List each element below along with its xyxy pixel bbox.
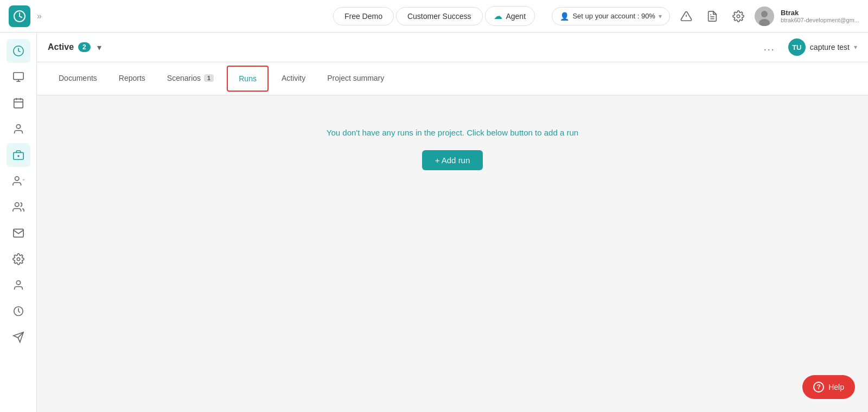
person-icon: [12, 123, 24, 135]
settings-icon-button[interactable]: [729, 7, 748, 26]
sidebar: [0, 33, 37, 412]
workspace-selector[interactable]: TU capture test ▾: [788, 38, 857, 56]
svg-point-17: [16, 125, 20, 128]
sidebar-item-calendar[interactable]: [7, 91, 30, 115]
svg-rect-13: [14, 99, 23, 108]
svg-point-22: [15, 203, 18, 207]
tab-reports[interactable]: Reports: [108, 66, 156, 91]
logo-button[interactable]: [9, 5, 30, 27]
alert-icon: [680, 10, 692, 22]
active-label: Active: [48, 42, 74, 52]
document-icon: [706, 10, 718, 22]
expand-sidebar-button[interactable]: »: [35, 9, 44, 23]
help-label: Help: [828, 383, 844, 391]
sidebar-item-profile[interactable]: [7, 273, 30, 297]
free-demo-button[interactable]: Free Demo: [333, 7, 394, 25]
sidebar-item-settings[interactable]: [7, 247, 30, 271]
send-icon: [12, 331, 24, 343]
add-run-button[interactable]: + Add run: [422, 150, 483, 170]
calendar-icon: [12, 97, 24, 109]
svg-point-7: [761, 11, 768, 17]
sub-header: Active 2 ▾ ... TU capture test ▾: [37, 33, 868, 62]
svg-point-5: [737, 15, 740, 18]
empty-runs-message: You don't have any runs in the project. …: [327, 128, 578, 137]
alert-icon-button[interactable]: [676, 7, 696, 26]
page-content: You don't have any runs in the project. …: [37, 95, 868, 412]
user-check-icon: [12, 175, 24, 187]
workspace-name: capture test: [810, 43, 850, 52]
chevron-down-icon: ▾: [659, 12, 662, 20]
person-icon: 👤: [560, 12, 569, 21]
content-area: Active 2 ▾ ... TU capture test ▾ Documen…: [37, 33, 868, 412]
tab-scenarios[interactable]: Scenarios 1: [156, 66, 225, 91]
settings-icon: [12, 253, 24, 265]
header-left: »: [9, 5, 44, 27]
tv-icon: [12, 71, 24, 83]
mail-icon: [12, 227, 24, 239]
svg-rect-10: [13, 73, 23, 80]
setup-label: Set up your account : 90%: [572, 12, 655, 20]
clock-icon: [12, 45, 24, 57]
tab-activity[interactable]: Activity: [271, 66, 316, 91]
user-info[interactable]: Btrak btrak607-development@gm...: [781, 9, 859, 23]
top-header: » Free Demo Customer Success ☁ Agent 👤 S…: [0, 0, 868, 33]
active-badge: 2: [78, 42, 91, 52]
user-email: btrak607-development@gm...: [781, 17, 859, 23]
gear-icon: [732, 10, 744, 22]
sub-header-right: ... TU capture test ▾: [764, 38, 857, 56]
sub-header-left: Active 2 ▾: [48, 40, 104, 55]
sidebar-item-timer[interactable]: [7, 299, 30, 323]
profile-icon: [12, 279, 24, 291]
tab-project-summary[interactable]: Project summary: [316, 66, 395, 91]
sidebar-item-send[interactable]: [7, 325, 30, 349]
avatar: [755, 7, 774, 26]
sidebar-item-team[interactable]: [7, 195, 30, 219]
tab-runs[interactable]: Runs: [227, 66, 269, 92]
workspace-avatar: TU: [788, 38, 806, 56]
user-avatar-image: [755, 7, 774, 26]
sidebar-item-clock[interactable]: [7, 39, 30, 63]
user-name: Btrak: [781, 9, 859, 17]
workspace-chevron-icon: ▾: [854, 43, 857, 51]
agent-button[interactable]: ☁ Agent: [484, 6, 535, 26]
document-icon-button[interactable]: [703, 7, 722, 26]
sidebar-item-mail[interactable]: [7, 221, 30, 245]
tabs-bar: Documents Reports Scenarios 1 Runs Activ…: [37, 62, 868, 95]
help-button[interactable]: ? Help: [802, 375, 855, 399]
sidebar-item-people[interactable]: [7, 117, 30, 141]
tab-documents[interactable]: Documents: [48, 66, 108, 91]
team-icon: [12, 201, 24, 213]
briefcase-icon: [12, 149, 24, 161]
active-dropdown-button[interactable]: ▾: [95, 40, 104, 55]
sidebar-item-dashboard[interactable]: [7, 65, 30, 89]
agent-label: Agent: [506, 12, 526, 21]
more-options-button[interactable]: ...: [764, 42, 775, 53]
svg-point-24: [16, 281, 20, 285]
sidebar-item-projects[interactable]: [7, 143, 30, 167]
help-circle-icon: ?: [813, 382, 824, 392]
scenarios-badge: 1: [204, 74, 214, 82]
sidebar-item-contacts[interactable]: [7, 169, 30, 193]
setup-button[interactable]: 👤 Set up your account : 90% ▾: [552, 7, 669, 25]
header-center: Free Demo Customer Success ☁ Agent: [333, 6, 535, 26]
customer-success-button[interactable]: Customer Success: [396, 7, 482, 25]
timer-icon: [12, 305, 24, 317]
logo-icon: [13, 10, 26, 23]
svg-point-23: [17, 258, 20, 261]
cloud-icon: ☁: [494, 11, 502, 21]
svg-point-21: [15, 177, 18, 181]
main-layout: Active 2 ▾ ... TU capture test ▾ Documen…: [0, 33, 868, 412]
header-right: 👤 Set up your account : 90% ▾: [552, 7, 859, 26]
